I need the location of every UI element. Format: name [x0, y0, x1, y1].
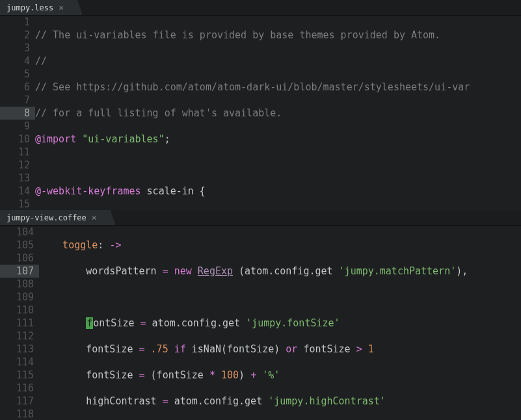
code-line: toggle: ->	[39, 239, 521, 252]
cursor-highlight: f	[86, 317, 93, 329]
close-icon[interactable]: ×	[92, 211, 97, 224]
line-number: 12	[7, 159, 30, 172]
line-number: 11	[7, 146, 30, 159]
tab-bar-top: jumpy.less ×	[0, 0, 521, 16]
gutter-bottom: 104 105 106 107 108 109 110 111 112 113 …	[0, 226, 39, 420]
line-number: 111	[7, 317, 34, 330]
code-line: @import "ui-variables";	[35, 133, 521, 146]
code-line: // See https://github.com/atom/atom-dark…	[35, 81, 521, 94]
code-area-top[interactable]: // The ui-variables file is provided by …	[35, 16, 521, 210]
tab-bar-bottom: jumpy-view.coffee ×	[0, 210, 521, 226]
line-number: 10	[7, 133, 30, 146]
line-number: 3	[7, 42, 30, 55]
code-line: //	[35, 55, 521, 68]
line-number: 108	[7, 278, 34, 291]
line-number: 4	[7, 55, 30, 68]
line-number: 113	[7, 343, 34, 356]
line-number: 105	[7, 239, 34, 252]
line-number: 13	[7, 172, 30, 185]
line-number: 112	[7, 330, 34, 343]
code-line: @-webkit-keyframes scale-in {	[35, 185, 521, 198]
code-line: wordsPattern = new RegExp (atom.config.g…	[39, 265, 521, 278]
line-number: 118	[7, 408, 34, 420]
line-number: 116	[7, 382, 34, 395]
code-line: highContrast = atom.config.get 'jumpy.hi…	[39, 395, 521, 408]
line-number: 115	[7, 369, 34, 382]
code-line: // for a full listing of what's availabl…	[35, 107, 521, 120]
line-number: 15	[7, 198, 30, 210]
line-number: 7	[7, 94, 30, 107]
code-area-bottom[interactable]: toggle: -> wordsPattern = new RegExp (at…	[39, 226, 521, 420]
line-number: 110	[7, 304, 34, 317]
tab-filename: jumpy-view.coffee	[7, 211, 87, 224]
line-number: 109	[7, 291, 34, 304]
line-number: 106	[7, 252, 34, 265]
line-number: 14	[7, 185, 30, 198]
top-editor-pane: jumpy.less × 1 2 3 4 5 6 7 8 9 10 11 12 …	[0, 0, 521, 210]
line-number: 1	[7, 16, 30, 29]
line-number-active: 107	[0, 265, 39, 278]
editor-bottom[interactable]: 104 105 106 107 108 109 110 111 112 113 …	[0, 226, 521, 420]
code-line	[39, 291, 521, 304]
tab-jumpy-less[interactable]: jumpy.less ×	[0, 0, 83, 15]
editor-top[interactable]: 1 2 3 4 5 6 7 8 9 10 11 12 13 14 15 // T…	[0, 16, 521, 210]
line-number-active: 8	[0, 107, 35, 120]
code-line	[35, 159, 521, 172]
line-number: 117	[7, 395, 34, 408]
line-number: 6	[7, 81, 30, 94]
line-number: 9	[7, 120, 30, 133]
gutter-top: 1 2 3 4 5 6 7 8 9 10 11 12 13 14 15	[0, 16, 35, 210]
close-icon[interactable]: ×	[59, 1, 64, 14]
line-number: 104	[7, 226, 34, 239]
line-number: 2	[7, 29, 30, 42]
line-number: 5	[7, 68, 30, 81]
tab-filename: jumpy.less	[7, 1, 53, 14]
code-line: // The ui-variables file is provided by …	[35, 29, 521, 42]
code-line: fontSize = .75 if isNaN(fontSize) or fon…	[39, 343, 521, 356]
tab-jumpy-view-coffee[interactable]: jumpy-view.coffee ×	[0, 210, 116, 225]
code-line: fontSize = (fontSize * 100) + '%'	[39, 369, 521, 382]
code-line: fontSize = atom.config.get 'jumpy.fontSi…	[39, 317, 521, 330]
bottom-editor-pane: jumpy-view.coffee × 104 105 106 107 108 …	[0, 210, 521, 420]
line-number: 114	[7, 356, 34, 369]
